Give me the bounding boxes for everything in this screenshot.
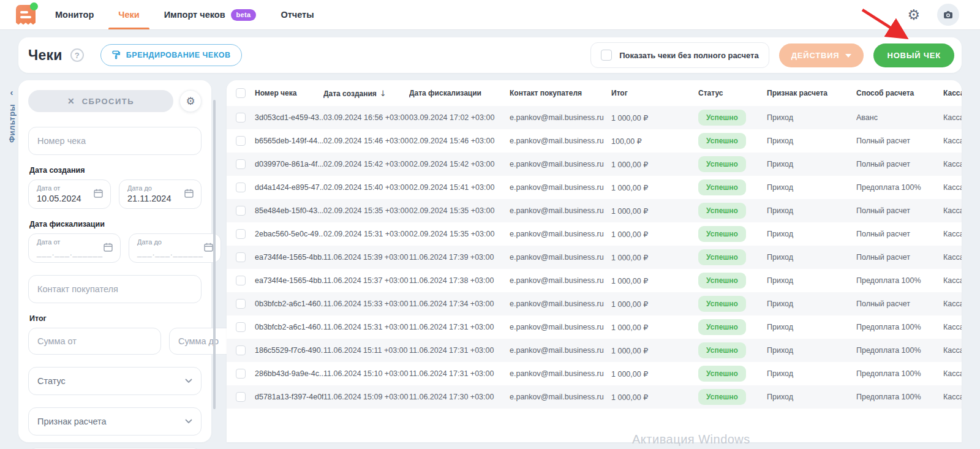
table-row[interactable]: 186c5529-f7c6-490...11.06.2024 15:11 +03… <box>227 339 962 362</box>
cell-fiscalized: 02.09.2024 15:42 +03:00 <box>409 160 510 168</box>
nav-tab-1[interactable]: Монитор <box>55 0 94 29</box>
row-checkbox[interactable] <box>236 113 246 123</box>
receipt-number-input[interactable] <box>28 127 202 155</box>
cell-fiscalized: 02.09.2024 15:35 +03:00 <box>409 206 510 215</box>
calendar-icon <box>203 242 214 252</box>
table-row[interactable]: 2ebac560-5e0c-49...02.09.2024 15:31 +03:… <box>227 222 962 246</box>
cell-status: Успешно <box>698 366 767 382</box>
column-header-kassa[interactable]: Касса <box>943 89 962 97</box>
cell-sign: Приход <box>767 253 856 262</box>
filter-settings-gear-icon[interactable]: ⚙ <box>179 90 202 112</box>
row-checkbox[interactable] <box>236 299 246 309</box>
column-header-created[interactable]: Дата создания↓ <box>323 89 409 98</box>
table-row[interactable]: d039970e-861a-4f...02.09.2024 15:42 +03:… <box>227 153 962 176</box>
table-row[interactable]: d5781a13-f397-4e0f...11.06.2024 15:09 +0… <box>227 385 962 409</box>
table-row[interactable]: 286bb43d-9a9e-4c...11.06.2024 15:10 +03:… <box>227 362 962 385</box>
cell-kassa: Касса <box>943 300 962 308</box>
cell-fiscalized: 11.06.2024 17:31 +03:00 <box>409 369 510 378</box>
table-row[interactable]: b6565deb-149f-44...02.09.2024 15:46 +03:… <box>227 129 962 153</box>
sum-from-input[interactable] <box>28 328 161 355</box>
cell-created: 11.06.2024 15:31 +03:00 <box>323 323 409 331</box>
status-select[interactable]: Статус <box>28 367 202 395</box>
row-checkbox[interactable] <box>236 229 246 239</box>
row-checkbox[interactable] <box>236 392 246 402</box>
cell-fiscalized: 11.06.2024 17:30 +03:00 <box>409 393 510 401</box>
cell-method: Аванс <box>856 113 943 122</box>
sidebar-scrollbar[interactable] <box>213 100 216 409</box>
cell-kassa: Касса <box>943 276 962 285</box>
status-badge: Успешно <box>698 389 746 405</box>
row-checkbox[interactable] <box>236 136 246 146</box>
column-header-method[interactable]: Способ расчета <box>856 89 943 97</box>
branding-button[interactable]: БРЕНДИРОВАНИЕ ЧЕКОВ <box>100 44 242 66</box>
cell-id: ea734f4e-1565-4bb... <box>255 276 323 285</box>
cell-id: 0b3bfcb2-a6c1-460... <box>255 300 323 308</box>
cell-kassa: Касса <box>943 160 962 168</box>
column-header-contact[interactable]: Контакт покупателя <box>510 89 611 97</box>
row-checkbox[interactable] <box>236 183 246 192</box>
select-all-checkbox[interactable] <box>236 88 246 98</box>
top-nav: МониторЧекиИмпорт чековbetaОтчеты ⚙ <box>0 0 980 29</box>
table-row[interactable]: dd4a1424-e895-47...02.09.2024 15:40 +03:… <box>227 176 962 199</box>
cell-fiscalized: 03.09.2024 17:02 +03:00 <box>409 113 510 122</box>
collapse-filters-icon[interactable]: ‹ <box>10 88 13 97</box>
table-row[interactable]: ea734f4e-1565-4bb...11.06.2024 15:39 +03… <box>227 246 962 269</box>
app-logo-icon[interactable] <box>16 4 37 26</box>
actions-button[interactable]: ДЕЙСТВИЯ <box>779 43 864 67</box>
cell-id: 286bb43d-9a9e-4c... <box>255 369 323 378</box>
new-check-button[interactable]: НОВЫЙ ЧЕК <box>873 43 954 67</box>
status-badge: Успешно <box>698 366 746 382</box>
column-header-id[interactable]: Номер чека <box>255 89 323 97</box>
row-checkbox[interactable] <box>236 276 246 285</box>
row-checkbox[interactable] <box>236 252 246 262</box>
column-header-status[interactable]: Статус <box>698 89 767 97</box>
reset-filters-button[interactable]: ✕ СБРОСИТЬ <box>28 90 173 112</box>
row-checkbox[interactable] <box>236 322 246 332</box>
cell-method: Полный расчет <box>856 160 943 168</box>
cell-id: d5781a13-f397-4e0f... <box>255 393 323 401</box>
creation-date-from-field[interactable]: Дата от 10.05.2024 <box>28 179 111 209</box>
avatar-camera-button[interactable] <box>937 4 959 26</box>
cell-status: Успешно <box>698 389 767 405</box>
cell-fiscalized: 11.06.2024 17:31 +03:00 <box>409 323 510 331</box>
status-badge: Успешно <box>698 179 746 195</box>
buyer-contact-input[interactable] <box>28 275 202 303</box>
fiscalization-date-from-field[interactable]: Дата от ___.___.______ <box>28 233 121 263</box>
help-icon[interactable]: ? <box>70 48 84 62</box>
cell-sign: Приход <box>767 393 856 401</box>
cell-status: Успешно <box>698 179 767 195</box>
fiscalization-date-to-field[interactable]: Дата до ___.___.______ <box>129 233 221 263</box>
cell-contact: e.pankov@mail.business.ru <box>510 323 611 331</box>
table-row[interactable]: ea734f4e-1565-4bb...11.06.2024 15:37 +03… <box>227 269 962 292</box>
checkbox[interactable] <box>601 50 612 61</box>
settings-gear-icon[interactable]: ⚙ <box>907 8 920 22</box>
creation-date-to-field[interactable]: Дата до 21.11.2024 <box>119 179 202 209</box>
calendar-icon <box>93 188 104 198</box>
row-checkbox[interactable] <box>236 369 246 379</box>
table-row[interactable]: 0b3bfcb2-a6c1-460...11.06.2024 15:31 +03… <box>227 315 962 339</box>
table-row[interactable]: 85e484eb-15f0-43...02.09.2024 15:35 +03:… <box>227 199 962 222</box>
checkbox-label: Показать чеки без полного расчета <box>619 51 758 60</box>
table-row[interactable]: 3d053cd1-e459-43...03.09.2024 16:56 +03:… <box>227 106 962 129</box>
nav-tab-2[interactable]: Чеки <box>118 0 139 29</box>
nav-tab-3[interactable]: Импорт чековbeta <box>164 0 257 29</box>
close-icon: ✕ <box>67 96 75 106</box>
cell-kassa: Касса <box>943 323 962 331</box>
cell-fiscalized: 11.06.2024 17:31 +03:00 <box>409 346 510 355</box>
cell-id: ea734f4e-1565-4bb... <box>255 253 323 262</box>
cell-method: Предоплата 100% <box>856 346 943 355</box>
column-header-sign[interactable]: Признак расчета <box>767 89 856 97</box>
cell-total: 1 000,00 ₽ <box>611 160 698 169</box>
table-row[interactable]: 0b3bfcb2-a6c1-460...11.06.2024 15:33 +03… <box>227 292 962 315</box>
row-checkbox[interactable] <box>236 159 246 169</box>
status-badge: Успешно <box>698 110 746 126</box>
nav-tab-4[interactable]: Отчеты <box>281 0 314 29</box>
column-header-fiscalized[interactable]: Дата фискализации <box>409 89 510 97</box>
show-unpaid-checkbox-group[interactable]: Показать чеки без полного расчета <box>590 42 769 68</box>
column-header-total[interactable]: Итог <box>611 89 698 97</box>
cell-method: Полный расчет <box>856 253 943 262</box>
payment-sign-select[interactable]: Признак расчета <box>28 407 202 436</box>
status-badge: Успешно <box>698 156 746 172</box>
row-checkbox[interactable] <box>236 345 246 355</box>
row-checkbox[interactable] <box>236 206 246 216</box>
